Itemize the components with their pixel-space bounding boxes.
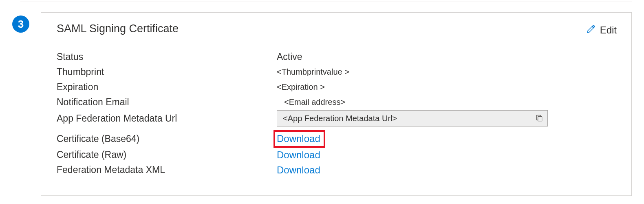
- status-label: Status: [57, 51, 277, 62]
- metadata-url-row: App Federation Metadata Url: [57, 110, 618, 127]
- thumbprint-label: Thumbprint: [57, 67, 277, 78]
- copy-icon: [535, 114, 543, 123]
- expiration-label: Expiration: [57, 82, 277, 93]
- thumbprint-value: <Thumbprintvalue >: [277, 67, 618, 77]
- thumbprint-row: Thumbprint <Thumbprintvalue >: [57, 64, 618, 80]
- cert-raw-label: Certificate (Raw): [57, 149, 277, 160]
- cert-base64-download-link[interactable]: Download: [273, 130, 325, 148]
- edit-label: Edit: [600, 24, 617, 36]
- notification-email-label: Notification Email: [57, 97, 277, 108]
- svg-rect-0: [538, 116, 542, 121]
- status-row: Status Active: [57, 49, 618, 64]
- notification-email-value: <Email address>: [277, 98, 618, 107]
- expiration-value: <Expiration >: [277, 82, 618, 92]
- copy-button[interactable]: [534, 112, 545, 125]
- edit-button[interactable]: Edit: [584, 22, 618, 38]
- card-title: SAML Signing Certificate: [57, 22, 179, 35]
- metadata-url-field: [277, 110, 548, 126]
- field-rows: Status Active Thumbprint <Thumbprintvalu…: [57, 49, 618, 177]
- cert-raw-download-link[interactable]: Download: [277, 149, 320, 160]
- metadata-url-label: App Federation Metadata Url: [57, 113, 277, 124]
- cert-raw-row: Certificate (Raw) Download: [57, 147, 618, 162]
- step-number-badge: 3: [12, 16, 29, 33]
- fed-xml-row: Federation Metadata XML Download: [57, 162, 618, 177]
- previous-card-border: [20, 0, 632, 2]
- pencil-icon: [586, 24, 596, 36]
- cert-base64-row: Certificate (Base64) Download: [57, 130, 618, 147]
- expiration-row: Expiration <Expiration >: [57, 80, 618, 95]
- card-header: SAML Signing Certificate Edit: [57, 22, 618, 38]
- cert-base64-label: Certificate (Base64): [57, 133, 277, 144]
- fed-xml-download-link[interactable]: Download: [277, 164, 320, 175]
- metadata-url-input[interactable]: [283, 114, 534, 123]
- notification-email-row: Notification Email <Email address>: [57, 95, 618, 110]
- saml-signing-certificate-card: SAML Signing Certificate Edit Status Act…: [41, 12, 632, 196]
- status-value: Active: [277, 51, 618, 62]
- fed-xml-label: Federation Metadata XML: [57, 164, 277, 175]
- step-number: 3: [18, 18, 24, 31]
